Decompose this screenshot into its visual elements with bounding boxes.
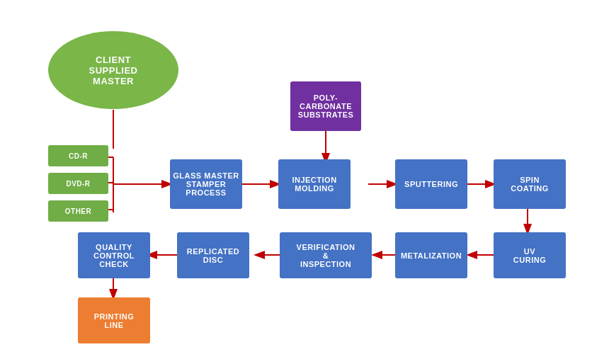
uv-curing-node: UV CURING xyxy=(494,232,566,278)
glass-master-node: GLASS MASTER STAMPER PROCESS xyxy=(170,159,242,209)
dvd-r-node: DVD-R xyxy=(48,173,108,194)
client-supplied-master: CLIENT SUPPLIED MASTER xyxy=(48,31,178,109)
metalization-node: METALIZATION xyxy=(395,232,467,278)
quality-control-node: QUALITY CONTROL CHECK xyxy=(78,232,150,278)
spin-coating-node: SPIN COATING xyxy=(494,159,566,209)
printing-line-node: PRINTING LINE xyxy=(78,297,150,343)
verification-node: VERIFICATION & INSPECTION xyxy=(280,232,372,278)
sputtering-node: SPUTTERING xyxy=(395,159,467,209)
replicated-disc-node: REPLICATED DISC xyxy=(177,232,249,278)
diagram: CLIENT SUPPLIED MASTER CD-R DVD-R OTHER … xyxy=(0,0,609,364)
polycarbonate-node: POLY- CARBONATE SUBSTRATES xyxy=(290,81,361,131)
cd-r-node: CD-R xyxy=(48,145,108,166)
other-node: OTHER xyxy=(48,200,108,222)
injection-molding-node: INJECTION MOLDING xyxy=(278,159,351,209)
